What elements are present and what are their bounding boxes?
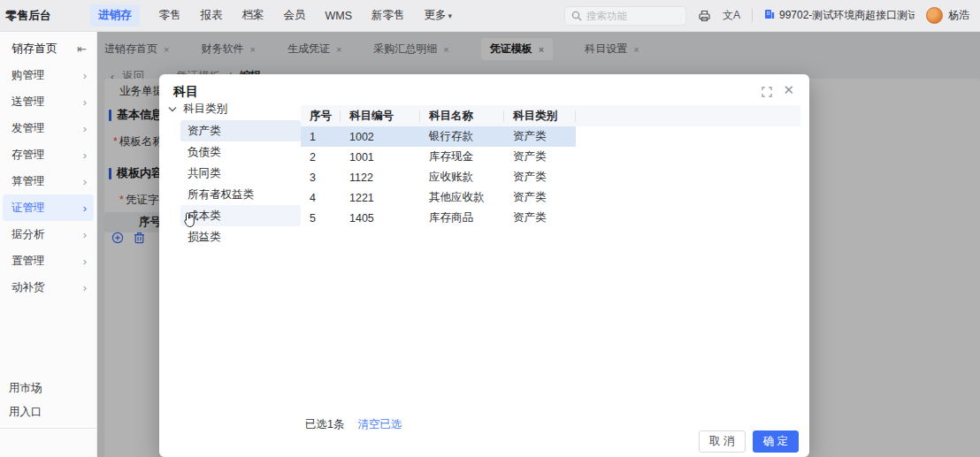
sidebar: 销存首页⇤购管理›送管理›发管理›存管理›算管理›证管理›据分析›置管理›动补货… bbox=[0, 32, 97, 457]
clear-selection-link[interactable]: 清空已选 bbox=[357, 417, 402, 432]
sidebar-item[interactable]: 发管理› bbox=[3, 115, 94, 141]
tree-item[interactable]: 成本类 bbox=[180, 205, 301, 226]
table-cell: 1405 bbox=[341, 212, 420, 225]
table-row[interactable]: 11002银行存款资产类 bbox=[301, 126, 576, 147]
tree-item[interactable]: 资产类 bbox=[180, 120, 301, 141]
sidebar-item[interactable]: 购管理› bbox=[3, 62, 94, 88]
selected-count: 已选1条 bbox=[305, 417, 344, 432]
top-bar-right: 文A 99702-测试环境商超接口测试... 杨浩 bbox=[564, 6, 980, 26]
top-nav-item[interactable]: 档案 bbox=[242, 8, 264, 23]
column-header: 科目名称 bbox=[420, 110, 504, 122]
top-nav-item[interactable]: 新零售 bbox=[371, 8, 405, 23]
user-name: 杨浩 bbox=[948, 8, 969, 23]
app-window: 零售后台 进销存零售报表档案会员WMS新零售更多▾ 文A bbox=[0, 0, 980, 457]
table-cell: 资产类 bbox=[504, 170, 576, 185]
table-row[interactable]: 41221其他应收款资产类 bbox=[301, 187, 576, 208]
sidebar-item[interactable]: 动补货› bbox=[3, 274, 94, 301]
tree-item[interactable]: 损益类 bbox=[180, 226, 301, 248]
table-cell: 4 bbox=[301, 192, 341, 204]
sidebar-item-label: 发管理 bbox=[11, 121, 45, 136]
tree-item[interactable]: 负债类 bbox=[180, 141, 301, 163]
top-nav-item[interactable]: WMS bbox=[325, 10, 353, 22]
top-nav-item[interactable]: 报表 bbox=[201, 8, 223, 23]
cancel-button[interactable]: 取 消 bbox=[699, 430, 745, 453]
sidebar-item-label: 存管理 bbox=[11, 148, 45, 163]
top-nav: 进销存零售报表档案会员WMS新零售更多▾ bbox=[90, 4, 471, 27]
column-header: 科目类别 bbox=[504, 110, 576, 122]
sidebar-menu: 销存首页⇤购管理›送管理›发管理›存管理›算管理›证管理›据分析›置管理›动补货… bbox=[0, 32, 96, 301]
global-search[interactable] bbox=[564, 6, 686, 26]
table-cell: 1221 bbox=[341, 192, 420, 204]
search-icon bbox=[571, 11, 582, 21]
top-nav-item[interactable]: 更多▾ bbox=[425, 8, 453, 23]
table-cell: 资产类 bbox=[504, 190, 576, 205]
sidebar-app-item[interactable]: 用入口 bbox=[0, 400, 96, 424]
sidebar-item[interactable]: 置管理› bbox=[3, 248, 94, 274]
table-cell: 银行存款 bbox=[420, 129, 504, 144]
table-cell: 3 bbox=[301, 171, 341, 184]
close-icon[interactable]: ✕ bbox=[783, 82, 794, 98]
tree-root-label: 科目类别 bbox=[183, 102, 227, 117]
sidebar-item-label: 置管理 bbox=[11, 254, 45, 269]
store-name: 99702-测试环境商超接口测试... bbox=[779, 8, 915, 23]
sidebar-item-label: 购管理 bbox=[11, 68, 45, 83]
sidebar-item-label: 送管理 bbox=[11, 95, 45, 110]
subject-table: 序号科目编号科目名称科目类别 11002银行存款资产类21001库存现金资产类3… bbox=[301, 105, 800, 228]
sidebar-item[interactable]: 销存首页⇤ bbox=[3, 35, 94, 62]
divider bbox=[752, 9, 753, 22]
table-cell: 库存现金 bbox=[420, 149, 504, 164]
table-body: 11002银行存款资产类21001库存现金资产类31122应收账款资产类4122… bbox=[301, 126, 800, 228]
top-nav-item[interactable]: 会员 bbox=[284, 8, 306, 23]
sidebar-item-label: 据分析 bbox=[11, 227, 45, 242]
chevron-right-icon: › bbox=[83, 255, 87, 268]
printer-icon[interactable] bbox=[698, 10, 711, 22]
table-cell: 1002 bbox=[341, 131, 420, 143]
confirm-button[interactable]: 确 定 bbox=[753, 430, 799, 453]
table-row[interactable]: 21001库存现金资产类 bbox=[301, 147, 576, 167]
sidebar-item[interactable]: 算管理› bbox=[3, 168, 94, 194]
sidebar-item[interactable]: 证管理› bbox=[3, 194, 94, 221]
sidebar-item[interactable]: 存管理› bbox=[3, 141, 94, 168]
table-cell: 1122 bbox=[341, 171, 420, 184]
user-menu[interactable]: 杨浩 bbox=[926, 7, 969, 24]
tree-item[interactable]: 所有者权益类 bbox=[180, 184, 301, 205]
chevron-right-icon: › bbox=[83, 202, 87, 215]
table-cell: 应收账款 bbox=[420, 170, 504, 185]
store-icon bbox=[764, 9, 775, 22]
top-nav-item[interactable]: 零售 bbox=[159, 8, 181, 23]
tree-root-node[interactable]: 科目类别 bbox=[168, 97, 301, 120]
chevron-down-icon bbox=[168, 103, 177, 115]
chevron-right-icon: › bbox=[83, 95, 87, 109]
table-cell: 1001 bbox=[341, 151, 420, 164]
sidebar-collapse-icon[interactable]: ⇤ bbox=[77, 42, 87, 56]
fullscreen-icon[interactable] bbox=[762, 87, 772, 97]
translate-icon[interactable]: 文A bbox=[723, 8, 740, 23]
avatar bbox=[926, 7, 943, 24]
chevron-right-icon: › bbox=[83, 228, 87, 241]
subject-category-tree: 科目类别 资产类负债类共同类所有者权益类成本类损益类 bbox=[168, 97, 301, 248]
table-cell: 5 bbox=[301, 212, 341, 225]
tree-items: 资产类负债类共同类所有者权益类成本类损益类 bbox=[168, 120, 301, 248]
sidebar-item-label: 动补货 bbox=[11, 280, 45, 295]
dialog-footer: 取 消 确 定 bbox=[699, 430, 799, 453]
sidebar-item[interactable]: 送管理› bbox=[3, 88, 94, 115]
column-header: 科目编号 bbox=[341, 110, 420, 122]
table-row[interactable]: 51405库存商品资产类 bbox=[301, 208, 576, 228]
sidebar-app-item[interactable]: 用市场 bbox=[0, 377, 96, 400]
top-nav-item[interactable]: 进销存 bbox=[90, 4, 140, 27]
selection-info: 已选1条 清空已选 bbox=[305, 417, 402, 432]
top-bar: 零售后台 进销存零售报表档案会员WMS新零售更多▾ 文A bbox=[0, 0, 980, 32]
chevron-right-icon: › bbox=[83, 122, 87, 135]
sidebar-apps: 用市场用入口 bbox=[0, 377, 96, 424]
table-row[interactable]: 31122应收账款资产类 bbox=[301, 167, 576, 187]
column-header: 序号 bbox=[301, 110, 341, 122]
column-header-filler bbox=[576, 110, 800, 122]
table-cell: 资产类 bbox=[504, 129, 576, 144]
sidebar-item-label: 证管理 bbox=[11, 201, 45, 216]
sidebar-item[interactable]: 据分析› bbox=[3, 221, 94, 248]
search-input[interactable] bbox=[586, 11, 679, 21]
store-switcher[interactable]: 99702-测试环境商超接口测试... bbox=[764, 8, 915, 23]
tree-item[interactable]: 共同类 bbox=[180, 163, 301, 184]
table-cell: 其他应收款 bbox=[420, 190, 504, 205]
chevron-right-icon: › bbox=[83, 149, 87, 162]
